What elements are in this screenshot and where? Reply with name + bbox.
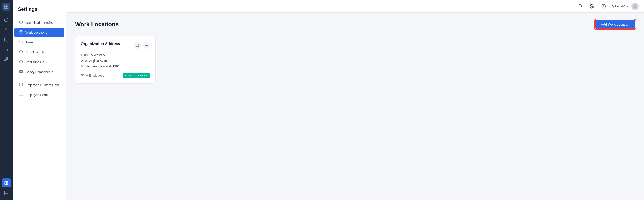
svg-point-32: [147, 45, 148, 46]
nav-icon-people[interactable]: [2, 25, 11, 34]
card-address: 1300, Zylker Park West Virginia Avenue A…: [81, 52, 150, 69]
nav-icon-tools[interactable]: [2, 55, 11, 64]
svg-rect-3: [6, 7, 8, 9]
add-work-location-button[interactable]: Add Work Location: [595, 20, 635, 29]
svg-point-29: [634, 5, 636, 6]
svg-point-5: [5, 28, 6, 30]
filing-address-badge: FILING ADDRESS: [122, 73, 150, 78]
address-line1: 1300, Zylker Park: [81, 52, 150, 58]
time-off-icon: [19, 60, 23, 64]
sidebar-label-employee-portal: Employee Portal: [26, 93, 48, 97]
user-menu[interactable]: Zylker NY ▾: [611, 5, 628, 8]
settings-gear-icon[interactable]: [588, 2, 596, 10]
settings-sidebar: Settings Organization Profile Work Locat…: [12, 0, 66, 200]
card-header: Organization Address: [81, 42, 150, 49]
top-header: Zylker NY ▾: [66, 0, 644, 13]
svg-point-26: [591, 6, 592, 7]
svg-rect-6: [5, 38, 8, 41]
sidebar-item-work-locations[interactable]: Work Locations: [14, 28, 64, 37]
sidebar-item-employee-custom-field[interactable]: Employee Custom Field: [14, 80, 64, 90]
page-header: Work Locations Add Work Location: [75, 20, 635, 29]
edit-button[interactable]: [134, 42, 141, 49]
settings-title: Settings: [12, 6, 66, 18]
custom-field-icon: [19, 83, 23, 87]
organization-icon: [19, 20, 23, 25]
user-avatar[interactable]: [632, 3, 639, 10]
svg-rect-0: [4, 5, 6, 7]
sidebar-nav: Organization Profile Work Locations: [12, 18, 66, 200]
svg-point-17: [20, 31, 22, 32]
sidebar-item-pay-schedule[interactable]: Pay Schedule: [14, 48, 64, 57]
address-line2: West Virginia Avenue: [81, 58, 150, 64]
page-title: Work Locations: [75, 21, 119, 28]
nav-icon-settings[interactable]: [2, 178, 11, 187]
sidebar-label-salary-components: Salary Components: [26, 70, 53, 74]
portal-icon: [19, 92, 23, 97]
svg-point-13: [6, 182, 7, 184]
sidebar-label-work-locations: Work Locations: [26, 31, 47, 34]
svg-point-31: [146, 45, 147, 46]
notification-bell[interactable]: [576, 2, 584, 10]
salary-icon: [19, 70, 23, 74]
sidebar-label-taxes: Taxes: [26, 41, 34, 44]
card-title: Organization Address: [81, 42, 120, 46]
nav-icon-messages[interactable]: [2, 188, 11, 197]
help-icon[interactable]: [600, 2, 608, 10]
svg-rect-14: [20, 21, 22, 23]
svg-rect-22: [20, 70, 22, 72]
page-body: Work Locations Add Work Location Organiz…: [66, 13, 644, 200]
employees-label: 6 Employees: [86, 74, 104, 77]
location-card: Organization Address: [75, 36, 156, 84]
sidebar-label-organization-profile: Organization Profile: [26, 21, 53, 25]
sidebar-label-paid-time-off: Paid Time Off: [26, 60, 44, 64]
sidebar-label-pay-schedule: Pay Schedule: [26, 50, 45, 54]
location-icon: [19, 30, 23, 35]
address-line3: Amsterdam, New York 12010: [81, 64, 150, 69]
svg-point-24: [20, 83, 22, 84]
svg-point-33: [82, 74, 82, 75]
sidebar-item-paid-time-off[interactable]: Paid Time Off: [14, 57, 64, 67]
chevron-down-icon: ▾: [626, 5, 628, 8]
svg-point-25: [20, 93, 21, 94]
nav-icon-dashboard[interactable]: [2, 15, 11, 24]
username-label: Zylker NY: [611, 5, 625, 8]
svg-point-30: [145, 45, 146, 46]
card-footer: 6 Employees FILING ADDRESS: [81, 73, 150, 78]
icon-sidebar: [0, 0, 12, 200]
svg-rect-1: [6, 5, 8, 7]
sidebar-label-employee-custom-field: Employee Custom Field: [26, 83, 59, 87]
taxes-icon: [19, 40, 23, 45]
pay-schedule-icon: [19, 50, 23, 54]
sidebar-item-employee-portal[interactable]: Employee Portal: [14, 90, 64, 99]
nav-icon-calendar[interactable]: [2, 35, 11, 44]
sidebar-item-taxes[interactable]: Taxes: [14, 38, 64, 47]
employees-count: 6 Employees: [81, 74, 104, 77]
nav-icon-reports[interactable]: [2, 45, 11, 54]
app-logo[interactable]: [2, 3, 10, 11]
more-options-button[interactable]: [143, 42, 150, 49]
sidebar-item-organization-profile[interactable]: Organization Profile: [14, 18, 64, 27]
sidebar-item-salary-components[interactable]: Salary Components: [14, 67, 64, 77]
card-actions: [134, 42, 150, 49]
svg-rect-2: [4, 7, 6, 9]
main-content: Zylker NY ▾ Work Locations Add Work Loca…: [66, 0, 644, 200]
